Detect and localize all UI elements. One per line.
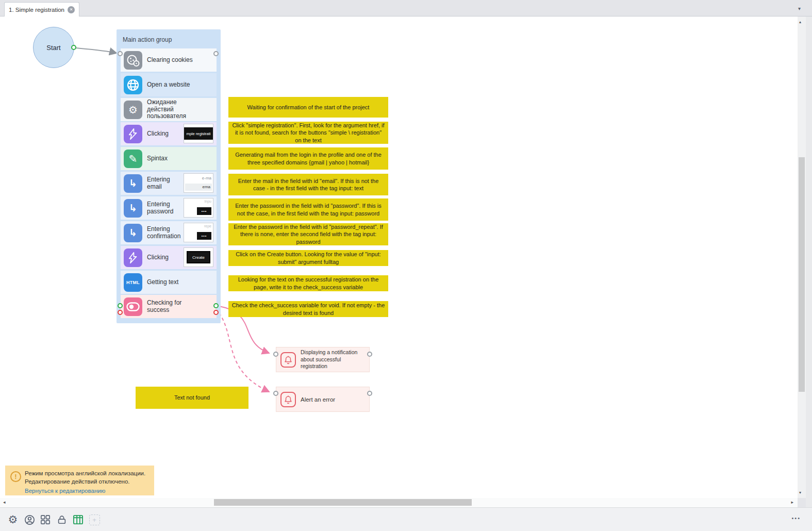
scroll-up-icon[interactable]: ▴ [799,20,801,24]
action-checking-success[interactable]: Checking for success [121,295,217,318]
note-text: Enter the password in the field with id … [231,223,385,245]
note[interactable]: Looking for the text on the successful r… [228,275,388,291]
table-icon[interactable] [72,514,84,525]
note-text: Generating mail from the login in the pr… [231,151,385,166]
note[interactable]: Click "simple registration". First, look… [228,122,388,144]
workflow-canvas[interactable]: Start Waiting for confirmation of the st… [0,16,798,498]
main-action-group[interactable]: Main action group Clearing cookies [117,29,221,323]
note-text: Click on the Create button. Looking for … [231,251,385,266]
action-entering-email[interactable]: ↳ Entering email e-ma ema [121,172,217,195]
globe-icon [124,76,142,94]
note[interactable]: Enter the mail in the field with id "ema… [228,174,388,195]
banner-line2: Редактирование действий отключено. [25,478,150,486]
lock-icon[interactable] [56,514,68,525]
note[interactable]: Generating mail from the login in the pr… [228,147,388,170]
element-preview: Inpu ••• [184,198,213,218]
error-node-input-port[interactable] [273,391,278,396]
action-label: Getting text [147,279,178,286]
start-node-label: Start [46,44,60,52]
note-text: Text not found [174,394,210,401]
note[interactable]: Check the check_success variable for voi… [228,301,388,317]
action-wait-user[interactable]: ⚙ Ожидание действий пользователя [121,98,217,121]
action-label: Entering confirmation [147,226,183,240]
enter-text-icon: ↳ [124,224,142,242]
tab-list-dropdown-icon[interactable]: ▾ [798,6,801,11]
return-to-editing-link[interactable]: Вернуться к редактированию [25,488,150,494]
vertical-scrollbar[interactable]: ▴ ▾ [798,16,806,498]
horizontal-scrollbar[interactable]: ◂ ▸ [0,498,798,507]
preview-text: repe [204,224,211,228]
preview-dots: ••• [197,207,211,215]
bottom-toolbar: ⚙ + ••• [0,507,812,531]
action-label: Clicking [147,130,169,138]
lightning-icon [124,125,142,143]
node-success-notification[interactable]: Displaying a notification about successf… [276,347,370,372]
gear-glyph: ⚙ [128,105,138,115]
edge-error [219,313,269,392]
note-text: Click "simple registration". First, look… [231,122,385,144]
tab-bar: 1. Simple registration ✕ ▾ [0,0,812,16]
element-preview: mple registrati [184,124,213,143]
checking-error-left-port[interactable] [118,310,123,315]
success-node-input-port[interactable] [273,352,278,357]
note[interactable]: Enter the password in the field with id … [228,223,388,245]
enter-arrow-glyph: ↳ [129,178,137,188]
group-input-port[interactable] [118,51,123,56]
node-alert-error[interactable]: Alert an error [276,387,370,412]
checking-success-right-port[interactable] [213,303,219,308]
action-label: Ожидание действий пользователя [147,99,205,120]
scroll-left-icon[interactable]: ◂ [3,500,6,505]
preview-text: e-ma [202,176,211,180]
success-node-output-port[interactable] [367,352,372,357]
settings-icon[interactable]: ⚙ [7,514,19,525]
vertical-scroll-thumb[interactable] [799,157,805,392]
scroll-right-icon[interactable]: ▸ [791,500,793,505]
gear-icon: ⚙ [124,101,142,119]
enter-text-icon: ↳ [124,199,142,218]
error-node-output-port[interactable] [367,391,372,396]
action-open-website[interactable]: Open a website [121,73,217,96]
toggle-icon [124,297,142,316]
pencil-icon: ✎ [124,150,142,168]
right-edge-strip [806,16,812,531]
horizontal-scroll-thumb[interactable] [214,499,472,506]
cookies-icon [124,51,142,70]
action-clicking-1[interactable]: Clicking mple registrati [121,122,217,145]
start-node[interactable]: Start [33,27,74,68]
user-icon[interactable] [24,514,35,525]
action-label: Checking for success [147,300,205,314]
add-region-icon[interactable]: + [89,514,100,525]
scroll-down-icon[interactable]: ▾ [799,490,801,495]
note[interactable]: Waiting for confirmation of the start of… [228,97,388,118]
preview-button-text: Create [187,251,210,263]
action-getting-text[interactable]: HTML Getting text [121,271,217,294]
note-text-not-found[interactable]: Text not found [136,387,248,409]
action-label: Clicking [147,254,169,261]
grid-icon[interactable] [40,514,51,525]
action-spintax[interactable]: ✎ Spintax [121,147,217,170]
preview-text: ema [185,184,212,191]
note-text: Looking for the text on the successful r… [231,276,385,291]
note[interactable]: Enter the password in the field with id … [228,198,388,221]
action-label: Spintax [147,155,168,162]
action-clearing-cookies[interactable]: Clearing cookies [121,48,217,72]
note[interactable]: Click on the Create button. Looking for … [228,250,388,266]
preview-text: Inpu [204,200,211,203]
bell-icon [280,392,296,407]
start-output-port[interactable] [71,45,76,50]
lightning-icon [124,248,142,267]
group-output-port[interactable] [213,51,219,56]
checking-success-left-port[interactable] [118,303,123,308]
action-entering-confirmation[interactable]: ↳ Entering confirmation repe ••• [121,221,217,244]
tab-simple-registration[interactable]: 1. Simple registration ✕ [4,2,79,16]
tab-close-icon[interactable]: ✕ [68,6,75,13]
action-entering-password[interactable]: ↳ Entering password Inpu ••• [121,196,217,220]
more-icon[interactable]: ••• [791,515,801,521]
action-clicking-2[interactable]: Clicking Create [121,246,217,269]
enter-arrow-glyph: ↳ [129,203,137,213]
html-icon: HTML [124,273,142,292]
localization-warning-banner: ! Режим просмотра английской локализации… [5,466,154,495]
checking-error-right-port[interactable] [213,310,219,315]
note-text: Enter the password in the field with id … [231,202,385,217]
note-text: Check the check_success variable for voi… [231,302,385,317]
